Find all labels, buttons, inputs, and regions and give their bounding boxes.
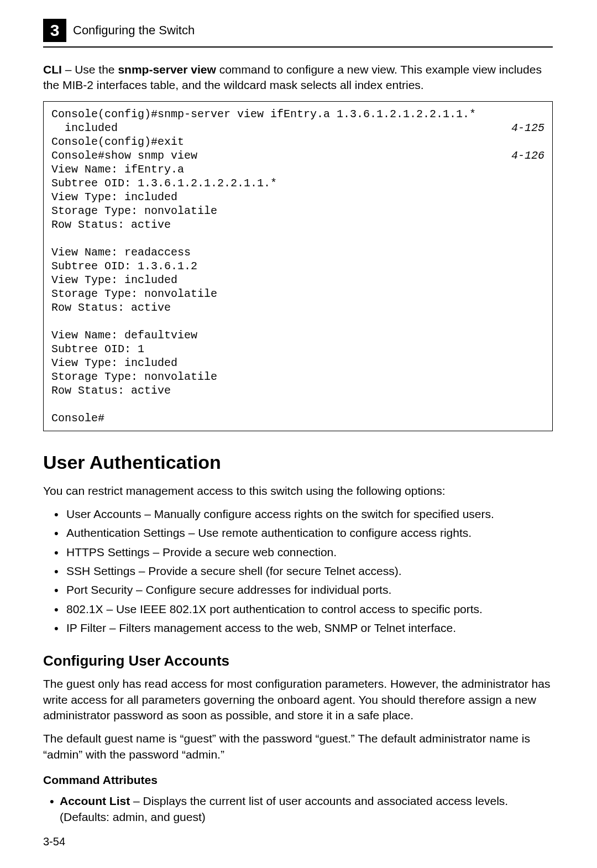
cli-intro-paragraph: CLI – Use the snmp-server view command t… — [43, 62, 553, 93]
page-header-title: Configuring the Switch — [73, 22, 195, 39]
cli-label: CLI — [43, 63, 62, 76]
code-line: Subtree OID: 1.3.6.1.2.1.2.2.1.1.* — [51, 176, 544, 190]
intro-text-1: – Use the — [62, 63, 118, 76]
code-line: View Type: included — [51, 356, 544, 370]
code-text: Console#show snmp view — [51, 149, 197, 162]
code-line: Subtree OID: 1 — [51, 342, 544, 356]
code-line: Console# — [51, 411, 544, 425]
cli-command-name: snmp-server view — [118, 63, 216, 76]
code-line: Storage Type: nonvolatile — [51, 204, 544, 218]
list-item: IP Filter – Filters management access to… — [54, 620, 553, 636]
code-line: View Type: included — [51, 190, 544, 204]
subsection-paragraph: The default guest name is “guest” with t… — [43, 731, 553, 762]
code-line: Console(config)#exit — [51, 135, 544, 149]
list-item: User Accounts – Manually configure acces… — [54, 506, 553, 522]
code-page-ref: 4-125 — [511, 121, 544, 135]
code-line — [51, 232, 544, 245]
code-line: View Name: readaccess — [51, 245, 544, 259]
code-page-ref: 4-126 — [511, 149, 544, 163]
section-intro: You can restrict management access to th… — [43, 483, 553, 499]
list-item: HTTPS Settings – Provide a secure web co… — [54, 545, 553, 560]
code-line: Storage Type: nonvolatile — [51, 287, 544, 301]
code-line: included4-125 — [51, 121, 544, 135]
header-divider — [43, 46, 553, 48]
list-item: 802.1X – Use IEEE 802.1X port authentica… — [54, 602, 553, 617]
list-item: Port Security – Configure secure address… — [54, 582, 553, 598]
options-list: User Accounts – Manually configure acces… — [54, 506, 553, 636]
code-line: View Name: defaultview — [51, 328, 544, 342]
cli-code-block: Console(config)#snmp-server view ifEntry… — [43, 101, 553, 431]
code-line: Subtree OID: 1.3.6.1.2 — [51, 259, 544, 273]
code-line: Row Status: active — [51, 218, 544, 232]
code-line: View Type: included — [51, 273, 544, 287]
code-line: Console#show snmp view4-126 — [51, 149, 544, 163]
command-attributes-heading: Command Attributes — [43, 772, 553, 788]
page: 3 Configuring the Switch CLI – Use the s… — [0, 0, 597, 868]
chapter-number-badge: 3 — [43, 19, 66, 42]
section-heading-user-authentication: User Authentication — [43, 450, 553, 475]
code-line: Storage Type: nonvolatile — [51, 370, 544, 384]
code-line: Row Status: active — [51, 301, 544, 315]
code-line — [51, 315, 544, 328]
page-number: 3-54 — [43, 834, 65, 849]
subsection-paragraph: The guest only has read access for most … — [43, 676, 553, 723]
attribute-name: Account List — [60, 794, 130, 807]
code-line — [51, 398, 544, 411]
code-line: View Name: ifEntry.a — [51, 163, 544, 176]
list-item: Authentication Settings – Use remote aut… — [54, 525, 553, 541]
attribute-item: Account List – Displays the current list… — [50, 793, 553, 825]
page-header: 3 Configuring the Switch — [43, 19, 553, 42]
code-text: included — [51, 122, 118, 134]
subsection-heading-configuring-user-accounts: Configuring User Accounts — [43, 651, 553, 671]
list-item: SSH Settings – Provide a secure shell (f… — [54, 563, 553, 579]
code-line: Row Status: active — [51, 384, 544, 398]
code-line: Console(config)#snmp-server view ifEntry… — [51, 107, 544, 121]
